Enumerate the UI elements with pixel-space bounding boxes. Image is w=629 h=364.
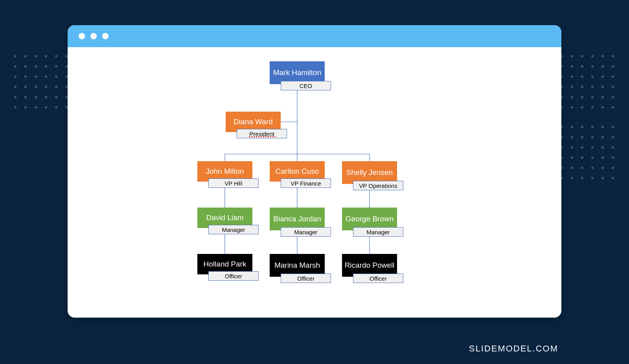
org-node-title: CEO [281,81,331,90]
org-node-officer-ops[interactable]: Ricardo Powell Officer [342,254,397,286]
org-node-vp-finance[interactable]: Carlton Cuso VP Finance [270,161,325,191]
window-title-bar [68,25,561,47]
org-node-title: President [237,129,287,138]
org-node-manager-finance[interactable]: Bianca Jordan Manager [270,208,325,240]
org-node-vp-hr[interactable]: John Milton VP HR [197,161,252,191]
org-node-officer-hr[interactable]: Holland Park Officer [197,254,252,284]
window-control-dot [90,33,97,39]
window-control-dot [79,33,85,39]
window-control-dot [102,33,109,39]
org-node-officer-finance[interactable]: Marina Marsh Officer [270,254,325,286]
org-node-title: Manager [208,225,259,234]
org-node-title: VP HR [208,178,259,188]
org-node-president[interactable]: Diana Ward President [226,112,281,142]
org-node-title: Manager [281,227,331,237]
org-node-title-text: President [249,131,274,137]
org-node-ceo[interactable]: Mark Hamilton CEO [270,61,325,94]
decorative-dots-right-1 [561,55,615,109]
org-node-title: VP Operations [353,181,403,190]
decorative-dots-right-2 [561,126,615,180]
org-node-title: Manager [353,227,403,237]
decorative-dots-left [14,55,68,109]
org-node-title: Officer [208,271,259,281]
watermark-text: SLIDEMODEL.COM [469,344,558,354]
org-node-manager-ops[interactable]: George Brown Manager [342,208,397,240]
org-node-title: Officer [281,274,331,283]
org-node-manager-hr[interactable]: David Liam Manager [197,208,252,237]
org-node-title: VP Finance [281,178,331,188]
org-chart: Mark Hamilton CEO Diana Ward President J… [68,47,561,318]
org-node-title: Officer [353,274,403,283]
org-node-vp-operations[interactable]: Shelly Jensen VP Operations [342,161,397,193]
browser-window: Mark Hamilton CEO Diana Ward President J… [68,25,561,318]
spellcheck-squiggle-icon [249,136,276,137]
